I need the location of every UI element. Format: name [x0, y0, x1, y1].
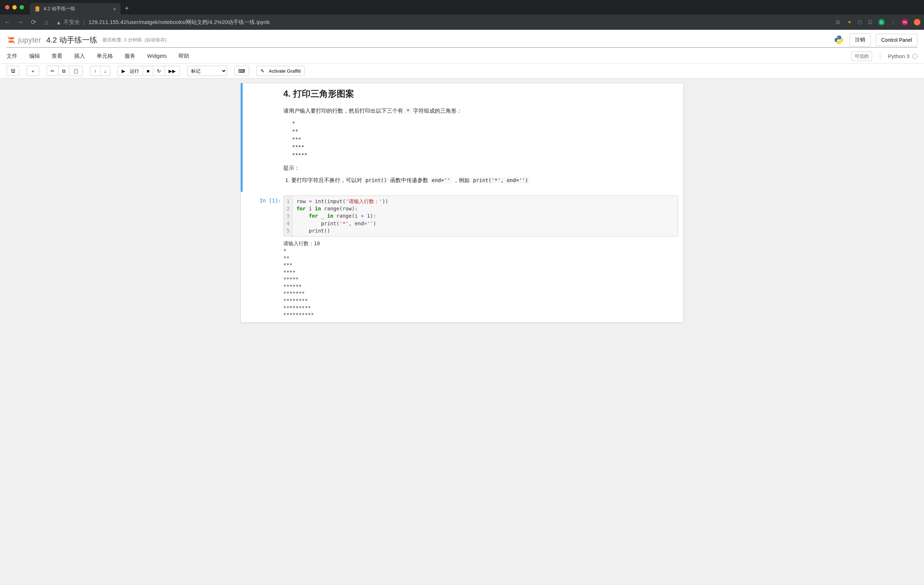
- cut-icon: ✂: [51, 69, 54, 73]
- run-icon: ▶: [122, 69, 125, 73]
- notebook-favicon-icon: 📙: [34, 6, 40, 12]
- address-bar[interactable]: ▲ 不安全 | 129.211.155.42/user/matgek/noteb…: [56, 19, 828, 26]
- close-tab-icon[interactable]: ×: [113, 6, 116, 12]
- code-cell[interactable]: In [1]: 12345 row = int(input('请输入行数：'))…: [241, 192, 683, 322]
- extension-icon[interactable]: ⋮: [891, 19, 896, 25]
- bookmark-star-icon[interactable]: ☆: [834, 18, 842, 26]
- toolbar: 🖫 ＋ ✂ ⧉ 📋 ↑ ↓ ▶ 运行 ■ ↻ ▶▶ 标记 ⌨ ✎ Activat…: [0, 64, 924, 78]
- svg-point-0: [8, 37, 15, 40]
- notebook-area: 4. 打印三角形图案 请用户输入要打印的行数，然后打印出以下三个有 * 字符组成…: [0, 78, 924, 337]
- kernel-name: Python 3: [888, 53, 909, 59]
- cell-output: 请输入行数：10 * ** *** **** ***** ****** ****…: [283, 240, 678, 319]
- extension-icon[interactable]: ✶: [847, 19, 852, 25]
- new-tab-button[interactable]: +: [125, 5, 129, 12]
- extension-icon[interactable]: ⬡: [858, 19, 862, 25]
- cell-type-select[interactable]: 标记: [187, 66, 227, 76]
- copy-button[interactable]: ⧉: [58, 66, 69, 76]
- markdown-heading: 4. 打印三角形图案: [283, 87, 678, 101]
- markdown-hint-label: 提示：: [283, 164, 678, 172]
- jupyter-header: jupyter 4.2 动手练一练 最后检查: 3 分钟前 (自动保存) 注销 …: [0, 30, 924, 47]
- arrow-down-icon: ↓: [104, 69, 107, 73]
- home-button[interactable]: ⌂: [43, 18, 50, 26]
- extension-icon[interactable]: ☷: [868, 19, 873, 25]
- move-up-button[interactable]: ↑: [90, 66, 101, 76]
- svg-point-2: [8, 36, 9, 37]
- paste-button[interactable]: 📋: [69, 66, 83, 76]
- menu-cell[interactable]: 单元格: [97, 49, 113, 63]
- logout-button[interactable]: 注销: [850, 33, 871, 46]
- control-panel-button[interactable]: Control Panel: [876, 34, 917, 46]
- keyboard-icon: ⌨: [238, 69, 245, 73]
- cut-button[interactable]: ✂: [46, 66, 58, 76]
- input-prompt: In [1]:: [246, 195, 281, 203]
- stop-icon: ■: [147, 69, 150, 73]
- notebook-title[interactable]: 4.2 动手练一练: [46, 35, 97, 45]
- maximize-window-button[interactable]: [20, 5, 24, 10]
- security-warning[interactable]: ▲ 不安全: [56, 19, 80, 26]
- markdown-instruction: 请用户输入要打印的行数，然后打印出以下三个有 * 字符组成的三角形：: [283, 106, 678, 115]
- menu-kernel[interactable]: 服务: [125, 49, 135, 63]
- menu-bar: 文件 编辑 查看 插入 单元格 服务 Widgets 帮助 可信的 | Pyth…: [0, 48, 924, 64]
- trusted-indicator[interactable]: 可信的: [851, 51, 872, 61]
- jupyter-logo[interactable]: jupyter: [7, 35, 41, 45]
- save-icon: 🖫: [10, 69, 15, 73]
- svg-point-3: [14, 43, 15, 44]
- svg-point-6: [840, 43, 841, 44]
- kernel-indicator[interactable]: Python 3: [888, 53, 917, 59]
- svg-point-5: [837, 36, 838, 37]
- kernel-status-icon: [912, 54, 917, 59]
- activate-graffiti-button[interactable]: ✎ Activate Graffiti: [256, 66, 305, 76]
- wand-icon: ✎: [261, 69, 264, 73]
- security-warning-text: 不安全: [64, 19, 80, 26]
- line-gutter: 12345: [284, 196, 293, 236]
- move-down-button[interactable]: ↓: [100, 66, 111, 76]
- menu-view[interactable]: 查看: [51, 49, 63, 63]
- svg-point-1: [8, 40, 15, 43]
- run-button[interactable]: ▶ 运行: [118, 66, 143, 76]
- code-editor[interactable]: 12345 row = int(input('请输入行数：')) for i i…: [283, 195, 678, 236]
- restart-button[interactable]: ↻: [153, 66, 165, 76]
- svg-point-4: [14, 37, 15, 37]
- window-titlebar: 📙 4.2 动手练一练 × +: [0, 0, 924, 15]
- menu-insert[interactable]: 插入: [74, 49, 85, 63]
- url-text: 129.211.155.42/user/matgek/notebooks/网站文…: [89, 19, 270, 26]
- restart-run-all-button[interactable]: ▶▶: [165, 66, 180, 76]
- extensions: ✶ ⬡ ☷ G ⋮ Wj: [847, 19, 921, 25]
- back-button[interactable]: ←: [3, 18, 11, 26]
- autosave-status: 最后检查: 3 分钟前 (自动保存): [102, 37, 167, 43]
- forward-button[interactable]: →: [17, 18, 24, 26]
- extension-icon[interactable]: G: [878, 19, 885, 25]
- menu-file[interactable]: 文件: [7, 49, 17, 63]
- traffic-lights: [5, 5, 24, 10]
- menu-edit[interactable]: 编辑: [29, 49, 40, 63]
- save-button[interactable]: 🖫: [7, 66, 19, 76]
- python-logo-icon: [833, 35, 845, 45]
- command-palette-button[interactable]: ⌨: [234, 66, 249, 76]
- extension-icon[interactable]: [914, 19, 921, 25]
- reload-button[interactable]: ⟳: [30, 18, 37, 26]
- paste-icon: 📋: [73, 69, 79, 73]
- plus-icon: ＋: [31, 69, 35, 73]
- browser-tab[interactable]: 📙 4.2 动手练一练 ×: [30, 3, 120, 15]
- restart-icon: ↻: [157, 69, 161, 73]
- close-window-button[interactable]: [5, 5, 10, 10]
- copy-icon: ⧉: [62, 69, 65, 73]
- tab-title: 4.2 动手练一练: [44, 5, 109, 12]
- markdown-pattern: * ** *** **** *****: [292, 119, 678, 159]
- menu-widgets[interactable]: Widgets: [147, 49, 167, 63]
- minimize-window-button[interactable]: [12, 5, 17, 10]
- browser-toolbar: ← → ⟳ ⌂ ▲ 不安全 | 129.211.155.42/user/matg…: [0, 15, 924, 30]
- warning-icon: ▲: [56, 19, 61, 25]
- markdown-cell[interactable]: 4. 打印三角形图案 请用户输入要打印的行数，然后打印出以下三个有 * 字符组成…: [241, 83, 683, 192]
- insert-cell-button[interactable]: ＋: [26, 66, 39, 76]
- fast-forward-icon: ▶▶: [168, 69, 176, 73]
- jupyter-logo-icon: [7, 35, 16, 45]
- profile-avatar[interactable]: Wj: [901, 19, 908, 25]
- menu-help[interactable]: 帮助: [178, 49, 189, 63]
- code-source[interactable]: row = int(input('请输入行数：')) for i in rang…: [293, 196, 392, 236]
- jupyter-logo-text: jupyter: [18, 36, 41, 44]
- interrupt-button[interactable]: ■: [143, 66, 153, 76]
- markdown-tip: 要打印字符且不换行，可以对 print() 函数中传递参数 end='' ，例如…: [291, 176, 678, 185]
- arrow-up-icon: ↑: [94, 69, 97, 73]
